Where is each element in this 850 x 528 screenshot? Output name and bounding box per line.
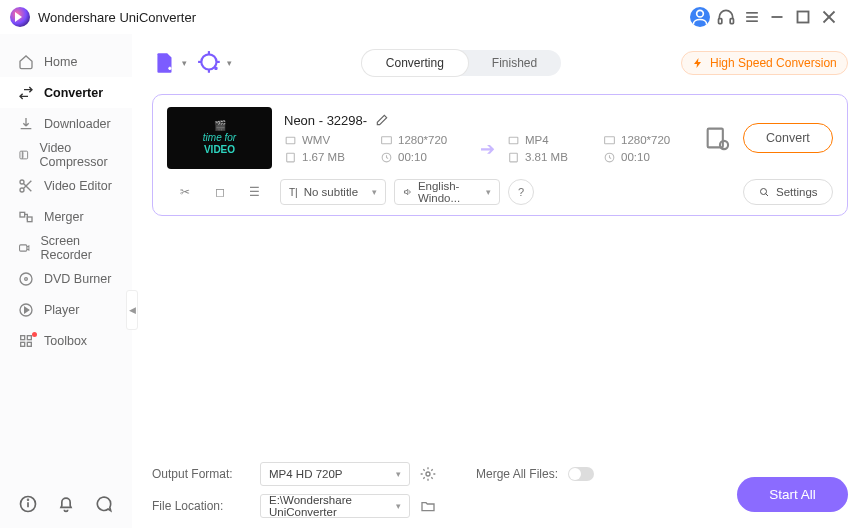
sidebar-item-editor[interactable]: Video Editor <box>0 170 132 201</box>
edit-icon[interactable] <box>375 113 389 127</box>
maximize-button[interactable] <box>792 6 814 28</box>
more-icon[interactable]: ☰ <box>245 185 265 199</box>
audio-select[interactable]: English-Windo...▾ <box>394 179 500 205</box>
tab-converting[interactable]: Converting <box>362 50 468 76</box>
svg-rect-39 <box>605 136 615 143</box>
info-icon[interactable] <box>18 494 38 514</box>
crop-icon[interactable]: ◻ <box>210 185 230 199</box>
settings-button[interactable]: Settings <box>743 179 833 205</box>
headset-icon[interactable] <box>716 7 736 27</box>
sidebar-item-player[interactable]: Player <box>0 294 132 325</box>
notification-dot <box>32 332 37 337</box>
scissors-icon <box>18 178 34 194</box>
dst-size: 3.81 MB <box>525 151 568 163</box>
sidebar-item-toolbox[interactable]: Toolbox <box>0 325 132 356</box>
dst-format: MP4 <box>525 134 549 146</box>
output-settings-icon[interactable] <box>703 124 731 152</box>
size-icon <box>507 151 520 164</box>
content: ▾ ▾ Converting Finished High Speed Conve… <box>132 34 850 528</box>
convert-button[interactable]: Convert <box>743 123 833 153</box>
svg-line-44 <box>766 194 769 197</box>
disc-icon <box>18 271 34 287</box>
output-format-select[interactable]: MP4 HD 720P▾ <box>260 462 410 486</box>
subtitle-select[interactable]: T|No subtitle▾ <box>280 179 386 205</box>
high-speed-button[interactable]: High Speed Conversion <box>681 51 848 75</box>
user-avatar[interactable] <box>690 7 710 27</box>
svg-rect-22 <box>27 335 31 339</box>
svg-point-12 <box>20 188 24 192</box>
clock-icon <box>603 151 616 164</box>
svg-point-42 <box>720 141 728 149</box>
grid-icon <box>18 333 34 349</box>
svg-rect-17 <box>20 244 27 250</box>
svg-rect-37 <box>509 137 518 144</box>
close-button[interactable] <box>818 6 840 28</box>
settings-label: Settings <box>776 186 818 198</box>
resolution-icon <box>380 134 393 147</box>
sidebar-item-recorder[interactable]: Screen Recorder <box>0 232 132 263</box>
minimize-button[interactable] <box>766 6 788 28</box>
sidebar-item-dvd[interactable]: DVD Burner <box>0 263 132 294</box>
svg-point-18 <box>20 273 32 285</box>
size-icon <box>284 151 297 164</box>
bell-icon[interactable] <box>56 494 76 514</box>
search-icon <box>758 186 770 198</box>
recorder-icon <box>18 240 30 256</box>
sidebar-item-label: Downloader <box>44 117 111 131</box>
add-file-button[interactable] <box>152 50 178 76</box>
audio-value: English-Windo... <box>418 180 480 204</box>
svg-point-27 <box>28 499 29 500</box>
sidebar-item-merger[interactable]: Merger <box>0 201 132 232</box>
bolt-icon <box>692 57 704 69</box>
svg-rect-24 <box>27 342 31 346</box>
subtitle-value: No subtitle <box>304 186 358 198</box>
sidebar-item-label: Toolbox <box>44 334 87 348</box>
format-icon <box>507 134 520 147</box>
sidebar-item-downloader[interactable]: Downloader <box>0 108 132 139</box>
dst-dur: 00:10 <box>621 151 650 163</box>
compress-icon <box>18 147 30 163</box>
sidebar-item-home[interactable]: Home <box>0 46 132 77</box>
start-all-button[interactable]: Start All <box>737 477 848 512</box>
sidebar-item-label: Video Compressor <box>40 141 114 169</box>
sidebar-item-label: Merger <box>44 210 84 224</box>
sidebar: Home Converter Downloader Video Compress… <box>0 34 132 528</box>
svg-rect-7 <box>798 12 809 23</box>
resolution-icon <box>603 134 616 147</box>
gear-icon[interactable] <box>420 466 436 482</box>
download-icon <box>18 116 34 132</box>
chevron-down-icon[interactable]: ▾ <box>227 58 232 68</box>
video-thumbnail[interactable]: 🎬time forVIDEO <box>167 107 272 169</box>
converter-icon <box>18 85 34 101</box>
merge-icon <box>18 209 34 225</box>
svg-rect-2 <box>730 19 733 24</box>
feedback-icon[interactable] <box>94 494 114 514</box>
cut-icon[interactable]: ✂ <box>175 185 195 199</box>
svg-rect-34 <box>287 153 295 162</box>
merge-toggle[interactable] <box>568 467 594 481</box>
file-card: 🎬time forVIDEO Neon - 32298- WMV 1.67 MB… <box>152 94 848 216</box>
home-icon <box>18 54 34 70</box>
menu-icon[interactable] <box>742 7 762 27</box>
file-name: Neon - 32298- <box>284 113 367 128</box>
folder-icon[interactable] <box>420 498 436 514</box>
sidebar-item-label: Player <box>44 303 79 317</box>
format-icon <box>284 134 297 147</box>
svg-point-11 <box>20 180 24 184</box>
tab-finished[interactable]: Finished <box>468 50 561 76</box>
src-format: WMV <box>302 134 330 146</box>
help-icon[interactable]: ? <box>508 179 534 205</box>
file-location-select[interactable]: E:\Wondershare UniConverter▾ <box>260 494 410 518</box>
chevron-down-icon[interactable]: ▾ <box>182 58 187 68</box>
clock-icon <box>380 151 393 164</box>
svg-rect-16 <box>27 217 32 222</box>
output-format-value: MP4 HD 720P <box>269 468 343 480</box>
sidebar-item-compressor[interactable]: Video Compressor <box>0 139 132 170</box>
sidebar-item-label: Screen Recorder <box>40 234 114 262</box>
add-target-button[interactable] <box>197 50 223 76</box>
high-speed-label: High Speed Conversion <box>710 56 837 70</box>
sidebar-item-converter[interactable]: Converter <box>0 77 132 108</box>
svg-point-19 <box>25 277 28 280</box>
file-location-label: File Location: <box>152 499 250 513</box>
svg-rect-1 <box>719 19 722 24</box>
